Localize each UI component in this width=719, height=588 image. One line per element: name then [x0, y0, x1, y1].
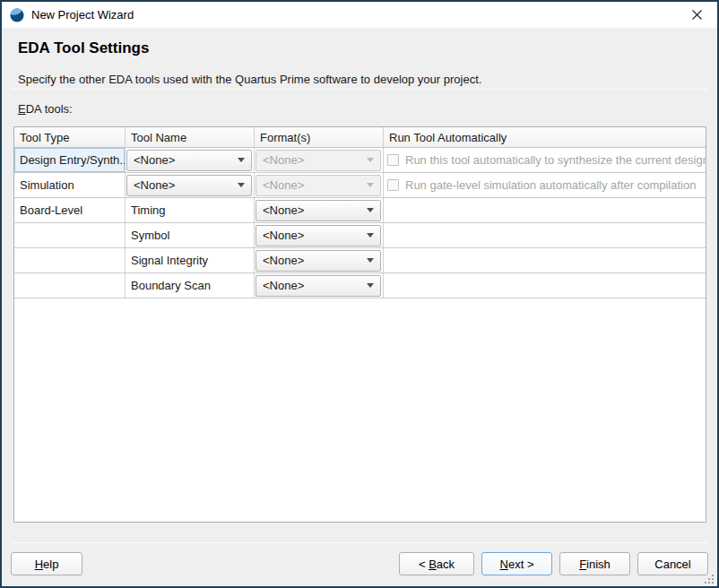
- cell-format: <None>: [255, 148, 384, 172]
- quartus-logo-icon: [9, 7, 25, 23]
- footer-separator: [11, 542, 708, 543]
- auto-run-checkbox: [387, 179, 399, 191]
- cell-format: <None>: [255, 248, 384, 272]
- page-description: Specify the other EDA tools used with th…: [18, 73, 481, 86]
- cell-tool-type[interactable]: [14, 273, 126, 298]
- cell-tool-type[interactable]: [14, 223, 126, 247]
- cell-tool-name: <None>: [126, 148, 255, 172]
- format-dropdown: <None>: [256, 150, 381, 171]
- tool-name-dropdown[interactable]: <None>: [126, 175, 252, 196]
- column-header-formats: Format(s): [255, 127, 384, 147]
- cell-format: <None>: [255, 223, 384, 247]
- cell-format: <None>: [255, 198, 384, 222]
- chevron-down-icon: [238, 158, 245, 162]
- new-project-wizard-dialog: New Project Wizard EDA Tool Settings Spe…: [0, 0, 719, 588]
- table-header-row: Tool Type Tool Name Format(s) Run Tool A…: [14, 127, 706, 148]
- cell-tool-name[interactable]: Boundary Scan: [126, 273, 255, 298]
- table-row: Symbol <None>: [14, 223, 706, 248]
- cell-run-automatically: Run this tool automatically to synthesiz…: [384, 148, 706, 172]
- cancel-button[interactable]: Cancel: [637, 552, 708, 575]
- cell-tool-name: <None>: [126, 173, 255, 197]
- chevron-down-icon: [367, 208, 374, 212]
- window-title: New Project Wizard: [31, 8, 134, 22]
- help-button[interactable]: Help: [11, 552, 82, 575]
- auto-run-label: Run gate-level simulation automatically …: [405, 178, 696, 192]
- cell-format: <None>: [255, 173, 384, 197]
- table-row: Simulation <None> <None> Run gate-level …: [14, 173, 706, 198]
- eda-tools-label: EDA tools:: [18, 102, 73, 116]
- format-dropdown[interactable]: <None>: [256, 250, 381, 272]
- column-header-tool-type: Tool Type: [14, 127, 126, 147]
- auto-run-label: Run this tool automatically to synthesiz…: [405, 153, 706, 167]
- table-row: Boundary Scan <None>: [14, 273, 706, 298]
- auto-run-checkbox: [387, 154, 399, 166]
- cell-run-automatically: [384, 248, 706, 272]
- cell-tool-type[interactable]: [14, 248, 126, 272]
- header-separator: [11, 89, 708, 90]
- chevron-down-icon: [238, 183, 245, 187]
- cell-tool-name[interactable]: Signal Integrity: [126, 248, 255, 272]
- table-row: Board-Level Timing <None>: [14, 198, 706, 223]
- cell-run-automatically: [384, 198, 706, 222]
- table-row: Design Entry/Synth... <None> <None> Run …: [14, 148, 706, 173]
- format-dropdown: <None>: [256, 175, 381, 196]
- title-bar: New Project Wizard: [2, 2, 717, 28]
- cell-run-automatically: [384, 223, 706, 247]
- chevron-down-icon: [367, 158, 374, 162]
- format-dropdown[interactable]: <None>: [256, 200, 381, 221]
- cell-format: <None>: [255, 273, 384, 298]
- cell-run-automatically: [384, 273, 706, 298]
- page-title: EDA Tool Settings: [18, 39, 149, 57]
- finish-button[interactable]: Finish: [559, 552, 630, 575]
- cell-tool-type[interactable]: Design Entry/Synth...: [14, 148, 126, 172]
- close-icon[interactable]: [681, 2, 712, 28]
- back-button[interactable]: < Back: [399, 552, 474, 575]
- cell-tool-name[interactable]: Timing: [126, 198, 255, 222]
- chevron-down-icon: [367, 233, 374, 238]
- cell-tool-name[interactable]: Symbol: [126, 223, 255, 247]
- chevron-down-icon: [367, 183, 374, 187]
- tool-name-dropdown[interactable]: <None>: [126, 150, 252, 171]
- next-button[interactable]: Next >: [481, 552, 552, 575]
- resize-grip[interactable]: [703, 572, 715, 584]
- eda-tools-table: Tool Type Tool Name Format(s) Run Tool A…: [13, 126, 706, 523]
- cell-tool-type[interactable]: Simulation: [14, 173, 126, 197]
- chevron-down-icon: [367, 258, 374, 263]
- column-header-tool-name: Tool Name: [126, 127, 255, 147]
- format-dropdown[interactable]: <None>: [256, 225, 381, 246]
- table-row: Signal Integrity <None>: [14, 248, 706, 273]
- footer-button-bar: Help < Back Next > Finish Cancel: [11, 552, 708, 575]
- cell-run-automatically: Run gate-level simulation automatically …: [384, 173, 706, 197]
- cell-tool-type[interactable]: Board-Level: [14, 198, 126, 222]
- format-dropdown[interactable]: <None>: [256, 275, 381, 297]
- chevron-down-icon: [367, 283, 374, 288]
- column-header-run-tool: Run Tool Automatically: [384, 127, 706, 147]
